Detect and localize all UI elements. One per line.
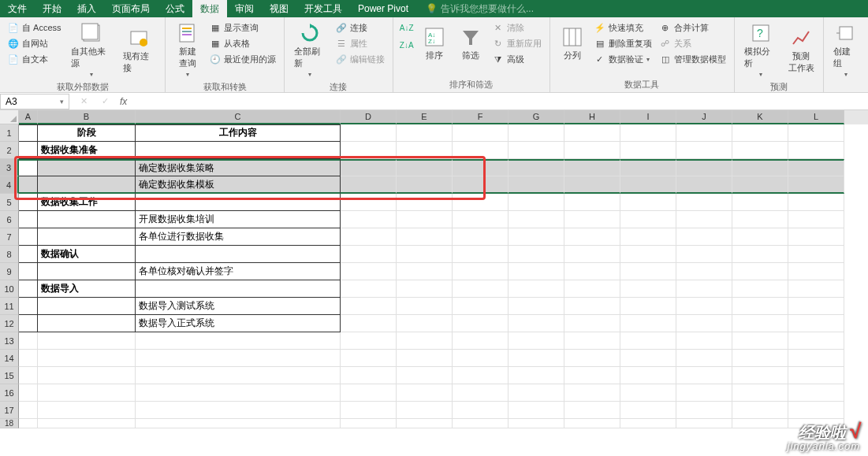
whatif-button[interactable]: ? 模拟分析▾ bbox=[739, 20, 782, 80]
cell[interactable] bbox=[19, 419, 38, 428]
row-header-13[interactable]: 13 bbox=[0, 332, 19, 350]
cell[interactable] bbox=[453, 384, 509, 402]
cell[interactable] bbox=[788, 176, 844, 194]
existing-connections-button[interactable]: 现有连接 bbox=[118, 20, 161, 80]
col-header-I[interactable]: I bbox=[620, 110, 676, 124]
cell[interactable] bbox=[620, 402, 676, 419]
cell[interactable] bbox=[788, 159, 844, 176]
tab-view[interactable]: 视图 bbox=[262, 0, 296, 17]
cell[interactable] bbox=[676, 124, 732, 142]
cell[interactable] bbox=[788, 211, 844, 228]
col-header-B[interactable]: B bbox=[38, 110, 136, 124]
refresh-all-button[interactable]: 全部刷新▾ bbox=[289, 20, 331, 80]
cell[interactable] bbox=[788, 142, 844, 159]
cell[interactable] bbox=[732, 367, 788, 384]
cell[interactable] bbox=[38, 367, 136, 384]
cell[interactable]: 数据收集准备 bbox=[38, 142, 136, 159]
name-box[interactable]: A3 ▾ bbox=[0, 94, 69, 109]
row-header-17[interactable]: 17 bbox=[0, 402, 19, 419]
cell[interactable] bbox=[453, 350, 509, 367]
cell[interactable] bbox=[397, 211, 453, 228]
cell[interactable] bbox=[341, 298, 397, 315]
group-button[interactable]: 创建组▾ bbox=[829, 20, 863, 80]
cell[interactable] bbox=[676, 298, 732, 315]
cell[interactable] bbox=[620, 298, 676, 315]
cell[interactable] bbox=[453, 332, 509, 350]
cell[interactable] bbox=[509, 176, 564, 194]
cell[interactable] bbox=[136, 367, 341, 384]
cell[interactable] bbox=[341, 142, 397, 159]
cell[interactable] bbox=[136, 194, 341, 211]
row-header-9[interactable]: 9 bbox=[0, 263, 19, 280]
cell[interactable] bbox=[341, 315, 397, 332]
cell[interactable] bbox=[136, 402, 341, 419]
cell[interactable] bbox=[676, 142, 732, 159]
cell[interactable] bbox=[509, 350, 564, 367]
cell[interactable] bbox=[38, 315, 136, 332]
cell[interactable]: 各单位进行数据收集 bbox=[136, 228, 341, 246]
row-header-6[interactable]: 6 bbox=[0, 211, 19, 228]
cell[interactable] bbox=[564, 194, 620, 211]
cell[interactable] bbox=[732, 419, 788, 428]
cell[interactable] bbox=[788, 298, 844, 315]
cell[interactable] bbox=[19, 402, 38, 419]
cell[interactable] bbox=[136, 280, 341, 298]
spreadsheet-grid[interactable]: A B C D E F G H I J K L 1 阶段 工作内容 2 数据收集… bbox=[0, 110, 868, 428]
cell[interactable] bbox=[564, 142, 620, 159]
cell[interactable] bbox=[564, 246, 620, 263]
cell[interactable] bbox=[788, 280, 844, 298]
cell[interactable] bbox=[788, 194, 844, 211]
cell[interactable] bbox=[620, 280, 676, 298]
cell[interactable] bbox=[453, 176, 509, 194]
from-text-button[interactable]: 📄自文本 bbox=[5, 52, 65, 67]
cell[interactable] bbox=[453, 402, 509, 419]
cell[interactable] bbox=[19, 142, 38, 159]
cell[interactable]: 数据导入 bbox=[38, 280, 136, 298]
cell[interactable] bbox=[397, 332, 453, 350]
col-header-D[interactable]: D bbox=[341, 110, 397, 124]
cell[interactable] bbox=[397, 142, 453, 159]
from-table-button[interactable]: ▦从表格 bbox=[207, 36, 279, 51]
cell[interactable] bbox=[564, 263, 620, 280]
tab-layout[interactable]: 页面布局 bbox=[104, 0, 158, 17]
cell[interactable] bbox=[397, 263, 453, 280]
select-all-corner[interactable] bbox=[0, 110, 19, 124]
cell[interactable] bbox=[509, 332, 564, 350]
cell[interactable] bbox=[453, 263, 509, 280]
cell[interactable] bbox=[136, 142, 341, 159]
new-query-button[interactable]: 新建 查询▾ bbox=[170, 20, 205, 80]
cell[interactable] bbox=[732, 402, 788, 419]
cell[interactable] bbox=[38, 350, 136, 367]
cell[interactable]: 数据确认 bbox=[38, 246, 136, 263]
cell[interactable] bbox=[509, 315, 564, 332]
reapply-button[interactable]: ↻重新应用 bbox=[490, 36, 545, 51]
cell[interactable] bbox=[509, 194, 564, 211]
cell[interactable] bbox=[676, 315, 732, 332]
cell[interactable] bbox=[732, 228, 788, 246]
cell[interactable] bbox=[788, 332, 844, 350]
cell[interactable]: 开展数据收集培训 bbox=[136, 211, 341, 228]
cell[interactable] bbox=[19, 194, 38, 211]
cell[interactable] bbox=[564, 384, 620, 402]
cell[interactable] bbox=[509, 124, 564, 142]
cell[interactable] bbox=[38, 419, 136, 428]
cell[interactable] bbox=[620, 142, 676, 159]
cell[interactable] bbox=[788, 246, 844, 263]
col-header-K[interactable]: K bbox=[732, 110, 788, 124]
cell[interactable] bbox=[732, 332, 788, 350]
cell[interactable] bbox=[732, 211, 788, 228]
consolidate-button[interactable]: ⊕合并计算 bbox=[657, 20, 729, 35]
tab-powerpivot[interactable]: Power Pivot bbox=[350, 0, 416, 17]
cell[interactable] bbox=[397, 176, 453, 194]
cell[interactable] bbox=[564, 315, 620, 332]
cell[interactable] bbox=[676, 228, 732, 246]
cell[interactable] bbox=[620, 124, 676, 142]
tab-data[interactable]: 数据 bbox=[192, 0, 227, 17]
cell[interactable] bbox=[38, 159, 136, 176]
cell[interactable] bbox=[341, 211, 397, 228]
cell[interactable] bbox=[397, 315, 453, 332]
cell[interactable] bbox=[397, 228, 453, 246]
cell[interactable] bbox=[136, 246, 341, 263]
cell[interactable] bbox=[788, 402, 844, 419]
remove-duplicates-button[interactable]: ▤删除重复项 bbox=[591, 36, 655, 51]
